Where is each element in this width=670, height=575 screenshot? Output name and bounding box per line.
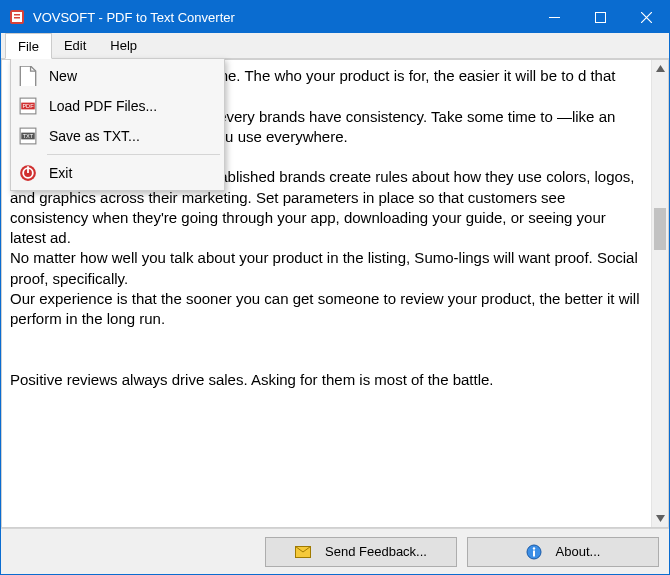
svg-rect-4 — [549, 17, 560, 18]
menu-item-exit-label: Exit — [49, 165, 72, 181]
menu-item-save-txt[interactable]: TXT Save as TXT... — [13, 121, 222, 151]
svg-rect-18 — [27, 166, 29, 173]
menubar: File Edit Help — [1, 33, 669, 59]
menu-edit[interactable]: Edit — [52, 33, 98, 58]
info-icon — [526, 544, 542, 560]
app-icon — [9, 9, 25, 25]
menu-item-save-label: Save as TXT... — [49, 128, 140, 144]
window-title: VOVSOFT - PDF to Text Converter — [33, 10, 531, 25]
pdf-icon: PDF — [19, 97, 37, 115]
send-feedback-button[interactable]: Send Feedback... — [265, 537, 457, 567]
maximize-button[interactable] — [577, 1, 623, 33]
minimize-button[interactable] — [531, 1, 577, 33]
menu-help[interactable]: Help — [98, 33, 149, 58]
svg-rect-9 — [533, 550, 535, 556]
txt-icon: TXT — [19, 127, 37, 145]
svg-point-8 — [532, 547, 534, 549]
svg-text:PDF: PDF — [22, 103, 34, 109]
menu-file[interactable]: File — [5, 33, 52, 59]
svg-rect-2 — [14, 14, 20, 16]
file-dropdown: New PDF Load PDF Files... TXT Save as TX… — [10, 58, 225, 191]
scroll-thumb[interactable] — [654, 208, 666, 250]
menu-item-load-label: Load PDF Files... — [49, 98, 157, 114]
menu-item-load-pdf[interactable]: PDF Load PDF Files... — [13, 91, 222, 121]
svg-rect-3 — [14, 17, 20, 19]
exit-icon — [19, 164, 37, 182]
send-feedback-label: Send Feedback... — [325, 544, 427, 559]
menu-item-new[interactable]: New — [13, 61, 222, 91]
app-window: VOVSOFT - PDF to Text Converter File Edi… — [0, 0, 670, 575]
window-controls — [531, 1, 669, 33]
about-label: About... — [556, 544, 601, 559]
bottom-bar: Send Feedback... About... — [1, 528, 669, 574]
envelope-icon — [295, 544, 311, 560]
scroll-down-icon[interactable] — [652, 510, 668, 527]
svg-rect-5 — [595, 12, 605, 22]
titlebar[interactable]: VOVSOFT - PDF to Text Converter — [1, 1, 669, 33]
scroll-up-icon[interactable] — [652, 60, 668, 77]
svg-text:TXT: TXT — [23, 133, 34, 139]
close-button[interactable] — [623, 1, 669, 33]
menu-item-new-label: New — [49, 68, 77, 84]
menu-item-exit[interactable]: Exit — [13, 158, 222, 188]
new-file-icon — [19, 67, 37, 85]
vertical-scrollbar[interactable] — [651, 60, 668, 527]
about-button[interactable]: About... — [467, 537, 659, 567]
menu-separator — [47, 154, 220, 155]
